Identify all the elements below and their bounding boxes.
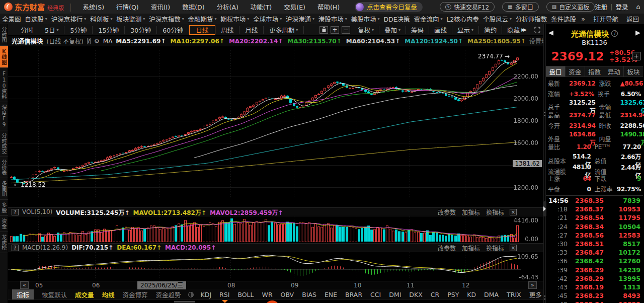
toggle-icon[interactable] — [188, 292, 194, 297]
menu-item[interactable]: 系统(S) — [83, 4, 104, 11]
period-30分钟[interactable]: 30分钟 — [125, 26, 157, 34]
side-tab-分时图[interactable]: 分时图 — [0, 24, 8, 46]
macd-close-icon[interactable]: × — [510, 245, 517, 251]
tick-row[interactable]: :302368.518517 — [548, 240, 640, 248]
nav-item-自选股[interactable]: 自选股▾ — [25, 14, 47, 24]
macd-help-icon[interactable]: ? — [12, 245, 19, 251]
zoom-out-button[interactable]: − — [342, 26, 350, 34]
nav-item-个股风云[interactable]: 个股风云▾ — [483, 14, 512, 24]
menu-item[interactable]: 资讯(I) — [151, 4, 170, 11]
expand-right-button[interactable]: » — [528, 281, 537, 289]
nav-item-全景图[interactable]: 全景图 — [2, 14, 21, 24]
tick-row[interactable]: :182368.3710953 — [548, 205, 640, 213]
indicator-BIAS[interactable]: BIAS — [302, 291, 316, 298]
period-5分钟[interactable]: 5分钟 — [64, 26, 93, 34]
quote-tab-异动[interactable]: 异动 — [604, 66, 624, 77]
tool-叠加[interactable]: 叠加▾ — [379, 26, 406, 34]
tick-row[interactable]: :272368.5612583 — [548, 231, 640, 240]
horizontal-scrollbar[interactable] — [8, 299, 543, 303]
indicator-ENE[interactable]: ENE — [325, 291, 337, 298]
period-月线[interactable]: 月线 — [239, 26, 264, 34]
indicator-均线[interactable]: 均线 — [102, 290, 115, 299]
nav-item-DDE决策[interactable]: DDE决策 — [383, 14, 410, 24]
period-60分钟[interactable]: 60分钟 — [157, 26, 189, 34]
indicator-KDJ[interactable]: KDJ — [201, 291, 212, 298]
tool-隐藏[interactable]: 隐藏▶▶ — [502, 26, 530, 34]
indicator-CR[interactable]: CR — [431, 291, 439, 298]
menu-item[interactable]: 数据(D) — [182, 4, 204, 11]
tick-row[interactable]: :452368.238493 — [548, 291, 640, 300]
macd-canvas[interactable] — [8, 252, 543, 281]
macd-action-改参数[interactable]: 改参数 — [438, 244, 456, 252]
indicator-DMI[interactable]: DMI — [389, 291, 401, 298]
volume-canvas[interactable] — [8, 216, 543, 243]
indicator-lead-button[interactable]: 指标 — [12, 289, 34, 300]
tick-row[interactable]: :422368.2913995 — [548, 274, 640, 283]
indicator-PSY[interactable]: PSY — [447, 291, 459, 298]
side-tab-分价表[interactable]: 分价表 — [0, 157, 8, 179]
side-tab-F10资料[interactable]: F10资料 — [0, 68, 8, 102]
fullscreen-icon[interactable] — [534, 27, 540, 33]
indicator-资金趋势[interactable]: 资金趋势 — [156, 290, 181, 299]
prev-symbol-arrow-icon[interactable]: ◀ — [548, 29, 553, 36]
indicator-更多[interactable]: 更多 — [529, 290, 542, 299]
next-symbol-arrow-icon[interactable]: ▶ — [635, 29, 640, 36]
nav-item-金融期货[interactable]: 金融期货▾ — [188, 14, 216, 24]
indicator-BRAR[interactable]: BRAR — [345, 291, 362, 298]
scrollbar-thumb[interactable] — [174, 301, 195, 302]
vol-help-icon[interactable]: ? — [12, 209, 19, 215]
nav-item-沪深京指数[interactable]: 沪深京指数▾ — [149, 14, 184, 24]
nav-more-icon[interactable]: » — [581, 15, 585, 23]
volume-pane[interactable]: 4416.00 0.00 — [8, 216, 543, 243]
period-周线[interactable]: 周线 — [215, 26, 239, 34]
back-link[interactable]: 返回 — [626, 14, 639, 24]
tool-复权[interactable]: 复权▾ — [353, 26, 379, 34]
indicator-WR[interactable]: WR — [262, 291, 273, 298]
pill-1[interactable]: ▦多窗口 — [502, 2, 538, 12]
candlestick-pane[interactable]: 2200.00 2000.00 1800.00 1600.00 1400.00 … — [8, 46, 543, 207]
tick-row[interactable]: :432368.191313 — [548, 283, 640, 291]
pill-0[interactable]: ϟ快速交易F12 — [440, 2, 495, 12]
quote-tab-板块[interactable]: 板块 — [624, 66, 643, 77]
home-icon[interactable]: ⌂ — [636, 3, 640, 11]
nav-item-分析师指数[interactable]: 分析师指数 — [516, 14, 547, 24]
quote-tab-指数[interactable]: 指数 — [585, 66, 605, 77]
tick-row[interactable]: 14:562368.357839 — [548, 196, 640, 205]
nav-item-L2核心内参[interactable]: L2核心内参 — [446, 14, 479, 24]
tool-筹码[interactable]: 筹码 — [406, 26, 429, 34]
menu-item[interactable]: 分析(A) — [217, 4, 238, 11]
indicator-DKX[interactable]: DKX — [409, 291, 422, 298]
quote-tab-资金[interactable]: 资金 — [566, 66, 585, 77]
menu-item[interactable]: 行情(Q) — [116, 4, 139, 11]
nav-item-全球市场[interactable]: 全球市场▾ — [253, 14, 282, 24]
side-tab-多股[interactable]: 多股 — [0, 200, 8, 216]
vol-close-icon[interactable]: × — [510, 209, 517, 215]
nav-item-条件选股[interactable]: 条件选股 — [551, 14, 576, 24]
menu-item[interactable]: 帮助(H) — [317, 4, 340, 11]
nav-item-沪深港通[interactable]: 沪深港通▾ — [286, 14, 314, 24]
period-5日[interactable]: 5日▾ — [39, 26, 64, 34]
tick-row[interactable]: :362368.4212760 — [548, 257, 640, 265]
period-15分钟[interactable]: 15分钟 — [93, 26, 125, 34]
side-tab-K线图[interactable]: K线图 — [0, 46, 8, 68]
tool-显示[interactable]: 显示▾ — [452, 26, 479, 34]
lock-icon[interactable] — [319, 26, 328, 34]
divider-grip[interactable] — [544, 112, 545, 118]
info-icon[interactable]: i — [611, 30, 618, 37]
side-tab-多周期[interactable]: 多周期 — [0, 178, 8, 200]
gear-icon[interactable]: ⚙ — [94, 38, 100, 45]
nav-item-沪深京排行[interactable]: 沪深京排行▾ — [51, 14, 87, 24]
tool-简约[interactable]: 简约 — [479, 26, 502, 34]
side-tab-深度F9[interactable]: 深度F9 — [0, 102, 8, 130]
nav-item-期权市场[interactable]: 期权市场▾ — [220, 14, 249, 24]
help-icon[interactable]: ? — [87, 38, 91, 44]
indicator-KD[interactable]: KD — [467, 291, 476, 298]
side-tab-龙虎榜[interactable]: 龙虎榜 — [0, 232, 8, 254]
app-logo[interactable]: 东方财富 经典版 — [4, 2, 64, 12]
tool-画线[interactable]: 画线 — [429, 26, 452, 34]
side-tab-资金[interactable]: 资金 — [0, 216, 8, 232]
tick-row[interactable]: :212368.5411795 — [548, 213, 640, 222]
collapse-panel-handle[interactable] — [543, 201, 546, 216]
indicator-CCI[interactable]: CCI — [370, 291, 381, 298]
pill-2[interactable]: ▨自定义面板 — [546, 2, 595, 12]
